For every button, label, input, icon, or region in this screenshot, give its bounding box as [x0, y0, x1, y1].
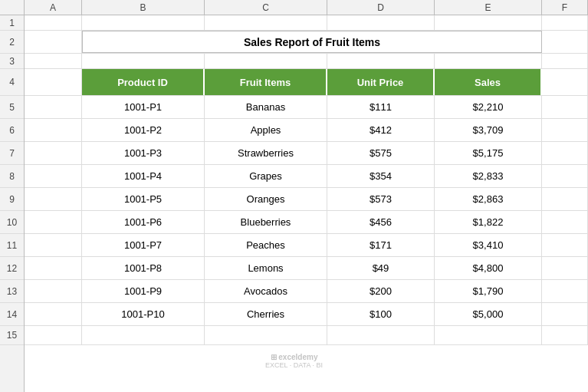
cell-c8[interactable]: Grapes [205, 165, 327, 187]
cell-b6[interactable]: 1001-P2 [82, 119, 205, 141]
cell-e7[interactable]: $5,175 [435, 142, 542, 164]
cell-a8[interactable] [25, 165, 82, 187]
row-num-4[interactable]: 4 [0, 69, 24, 96]
cell-b10[interactable]: 1001-P6 [82, 211, 205, 233]
col-header-c[interactable]: C [205, 0, 327, 15]
cell-d9[interactable]: $573 [327, 188, 435, 210]
cell-b15[interactable] [82, 326, 205, 344]
cell-f3[interactable] [542, 54, 588, 68]
col-header-e[interactable]: E [435, 0, 542, 15]
cell-d15[interactable] [327, 326, 435, 344]
cell-e15[interactable] [435, 326, 542, 344]
row-num-3[interactable]: 3 [0, 54, 24, 69]
cell-f1[interactable] [542, 15, 588, 30]
cell-f9[interactable] [542, 188, 588, 210]
row-num-9[interactable]: 9 [0, 188, 24, 211]
row-num-1[interactable]: 1 [0, 15, 24, 31]
cell-e8[interactable]: $2,833 [435, 165, 542, 187]
cell-d14[interactable]: $100 [327, 303, 435, 325]
cell-a15[interactable] [25, 326, 82, 344]
cell-b14[interactable]: 1001-P10 [82, 303, 205, 325]
cell-c7[interactable]: Strawberries [205, 142, 327, 164]
cell-d13[interactable]: $200 [327, 280, 435, 302]
cell-b3[interactable] [82, 54, 205, 68]
cell-a2[interactable] [25, 31, 82, 53]
cell-b12[interactable]: 1001-P8 [82, 257, 205, 279]
cell-f12[interactable] [542, 257, 588, 279]
cell-e9[interactable]: $2,863 [435, 188, 542, 210]
cell-a13[interactable] [25, 280, 82, 302]
row-num-8[interactable]: 8 [0, 165, 24, 188]
row-num-14[interactable]: 14 [0, 303, 24, 326]
row-num-2[interactable]: 2 [0, 31, 24, 54]
cell-b1[interactable] [82, 15, 205, 30]
cell-d7[interactable]: $575 [327, 142, 435, 164]
cell-c3[interactable] [205, 54, 327, 68]
cell-e14[interactable]: $5,000 [435, 303, 542, 325]
row-num-13[interactable]: 13 [0, 280, 24, 303]
cell-d10[interactable]: $456 [327, 211, 435, 233]
row-num-15[interactable]: 15 [0, 326, 24, 345]
cell-e11[interactable]: $3,410 [435, 234, 542, 256]
cell-f10[interactable] [542, 211, 588, 233]
cell-a1[interactable] [25, 15, 82, 30]
cell-f14[interactable] [542, 303, 588, 325]
cell-a4[interactable] [25, 69, 82, 95]
cell-f15[interactable] [542, 326, 588, 344]
cell-a5[interactable] [25, 96, 82, 118]
cell-e1[interactable] [435, 15, 542, 30]
cell-a10[interactable] [25, 211, 82, 233]
cell-e6[interactable]: $3,709 [435, 119, 542, 141]
cell-b9[interactable]: 1001-P5 [82, 188, 205, 210]
cell-b5[interactable]: 1001-P1 [82, 96, 205, 118]
row-num-6[interactable]: 6 [0, 119, 24, 142]
cell-f8[interactable] [542, 165, 588, 187]
cell-b11[interactable]: 1001-P7 [82, 234, 205, 256]
cell-c12[interactable]: Lemons [205, 257, 327, 279]
cell-f13[interactable] [542, 280, 588, 302]
cell-c11[interactable]: Peaches [205, 234, 327, 256]
row-num-12[interactable]: 12 [0, 257, 24, 280]
col-header-d[interactable]: D [327, 0, 435, 15]
cell-a6[interactable] [25, 119, 82, 141]
col-header-f[interactable]: F [542, 0, 588, 15]
row-num-10[interactable]: 10 [0, 211, 24, 234]
cell-a14[interactable] [25, 303, 82, 325]
cell-f4[interactable] [542, 69, 588, 95]
cell-f2[interactable] [542, 31, 588, 53]
cell-a11[interactable] [25, 234, 82, 256]
cell-c15[interactable] [205, 326, 327, 344]
cell-e10[interactable]: $1,822 [435, 211, 542, 233]
cell-a9[interactable] [25, 188, 82, 210]
cell-e13[interactable]: $1,790 [435, 280, 542, 302]
row-num-11[interactable]: 11 [0, 234, 24, 257]
cell-c6[interactable]: Apples [205, 119, 327, 141]
cell-a12[interactable] [25, 257, 82, 279]
cell-c9[interactable]: Oranges [205, 188, 327, 210]
col-header-a[interactable]: A [25, 0, 82, 15]
cell-c14[interactable]: Cherries [205, 303, 327, 325]
col-header-b[interactable]: B [82, 0, 205, 15]
cell-b8[interactable]: 1001-P4 [82, 165, 205, 187]
cell-c13[interactable]: Avocados [205, 280, 327, 302]
cell-f6[interactable] [542, 119, 588, 141]
cell-f7[interactable] [542, 142, 588, 164]
row-num-5[interactable]: 5 [0, 96, 24, 119]
cell-e5[interactable]: $2,210 [435, 96, 542, 118]
cell-e3[interactable] [435, 54, 542, 68]
cell-a3[interactable] [25, 54, 82, 68]
cell-d5[interactable]: $111 [327, 96, 435, 118]
cell-f5[interactable] [542, 96, 588, 118]
cell-c5[interactable]: Bananas [205, 96, 327, 118]
cell-d6[interactable]: $412 [327, 119, 435, 141]
cell-d8[interactable]: $354 [327, 165, 435, 187]
cell-a7[interactable] [25, 142, 82, 164]
cell-f11[interactable] [542, 234, 588, 256]
row-num-7[interactable]: 7 [0, 142, 24, 165]
cell-d3[interactable] [327, 54, 435, 68]
cell-c10[interactable]: Blueberries [205, 211, 327, 233]
cell-b13[interactable]: 1001-P9 [82, 280, 205, 302]
cell-d1[interactable] [327, 15, 435, 30]
cell-d12[interactable]: $49 [327, 257, 435, 279]
cell-c1[interactable] [205, 15, 327, 30]
